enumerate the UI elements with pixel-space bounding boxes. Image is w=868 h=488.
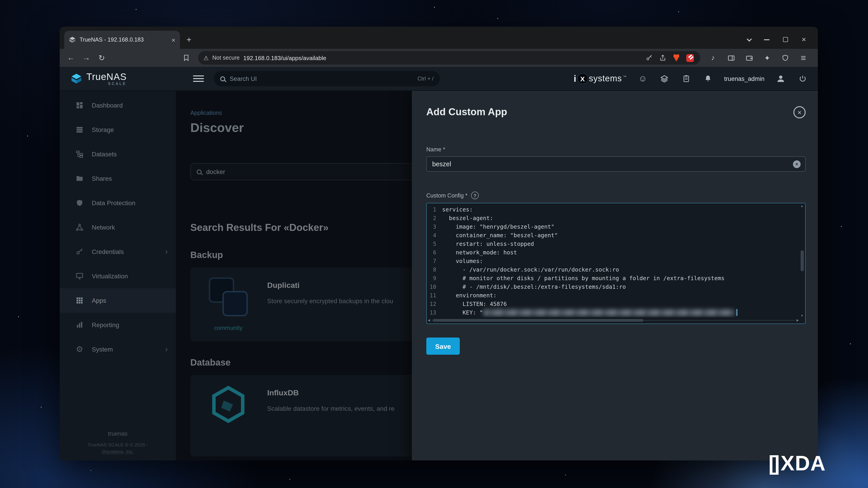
jobs-layers-icon[interactable] (659, 73, 670, 84)
line-number: 4 (427, 232, 442, 238)
name-input[interactable] (432, 160, 793, 168)
code-line: LISTEN: 45876 (442, 300, 507, 307)
leo-ai-icon[interactable]: ✦ (762, 53, 773, 63)
truenas-logo[interactable]: TrueNAS SCALE (60, 72, 176, 86)
browser-tabstrip: TrueNAS - 192.168.0.183 × + × (60, 27, 818, 49)
line-number: 2 (427, 215, 442, 221)
logged-in-username: truenas_admin (724, 75, 765, 82)
code-line: environment: (442, 292, 497, 299)
not-secure-warning-icon: ⚠ (204, 55, 209, 61)
clear-input-icon[interactable]: × (793, 160, 801, 168)
save-button[interactable]: Save (426, 337, 460, 355)
scroll-up-icon[interactable]: ▲ (800, 204, 804, 207)
tab-search-icon[interactable] (747, 36, 752, 41)
line-number: 3 (427, 223, 442, 230)
browser-tab[interactable]: TrueNAS - 192.168.0.183 × (64, 31, 180, 49)
minimize-button[interactable] (764, 39, 770, 40)
watermark-brackets: [] (769, 451, 777, 475)
ui-search[interactable]: Ctrl + / (214, 71, 440, 86)
brand-sub: SCALE (108, 82, 127, 86)
sidebar-panel-icon[interactable] (725, 53, 737, 63)
code-line: # - /mnt/disk/.beszel:/extra-filesystems… (442, 283, 626, 290)
code-line: beszel-agent: (442, 215, 493, 221)
editor-horizontal-scrollbar[interactable]: ◀ ▶ (428, 318, 799, 323)
vpn-shield-icon[interactable] (780, 53, 791, 63)
line-number: 9 (427, 275, 442, 281)
address-bar[interactable]: ⚠ Not secure 192.168.0.183/ui/apps/avail… (198, 51, 700, 65)
toolbar-right-icons: ♪ ✦ ≡ (708, 53, 809, 63)
window-close-button[interactable]: × (802, 36, 806, 43)
ixsystems-logo: iXsystems™ (574, 73, 627, 84)
code-area[interactable]: 1services: 2 beszel-agent: 3 image: "hen… (427, 205, 799, 317)
code-line: container_name: "beszel-agent" (442, 232, 558, 238)
line-number: 7 (427, 258, 442, 264)
code-line: # monitor other disks / partitions by mo… (442, 275, 724, 282)
reload-icon[interactable]: ↻ (95, 51, 108, 65)
forward-icon[interactable]: → (80, 51, 93, 65)
maximize-button[interactable] (783, 37, 788, 42)
checklist-icon[interactable] (681, 73, 691, 84)
window-controls: × (747, 36, 806, 43)
truenas-app: TrueNAS SCALE Ctrl + / iXsystems™ ☺ (60, 67, 818, 460)
bookmark-icon[interactable] (180, 52, 193, 64)
password-key-icon[interactable] (644, 53, 654, 63)
truenas-logo-icon (70, 73, 82, 85)
power-icon[interactable] (797, 73, 808, 84)
line-number: 12 (427, 301, 442, 307)
browser-window: TrueNAS - 192.168.0.183 × + × ← → ↻ ⚠ (60, 27, 818, 460)
feedback-smiley-icon[interactable]: ☺ (637, 73, 648, 84)
url-text[interactable]: 192.168.0.183/ui/apps/available (243, 55, 641, 61)
horizontal-scroll-thumb[interactable] (433, 319, 643, 322)
media-icon[interactable]: ♪ (708, 53, 718, 63)
scroll-right-icon[interactable]: ▶ (796, 319, 799, 322)
add-custom-app-dialog: Add Custom App × Name * × Custom Config … (412, 91, 818, 460)
line-number: 10 (427, 284, 442, 290)
share-icon[interactable] (658, 53, 668, 63)
line-number: 5 (427, 240, 442, 247)
notifications-bell-icon[interactable] (702, 73, 713, 84)
brand-name: TrueNAS (86, 72, 127, 81)
yaml-config-editor[interactable]: 1services: 2 beszel-agent: 3 image: "hen… (426, 203, 806, 324)
extension-badge-icon[interactable] (685, 53, 695, 63)
app-body: Dashboard Storage Datasets Shares (60, 91, 818, 460)
name-field-label: Name * (426, 147, 806, 153)
name-field[interactable]: × (426, 156, 806, 172)
browser-menu-icon[interactable]: ≡ (798, 53, 809, 63)
help-icon[interactable]: ? (471, 192, 479, 199)
scroll-left-icon[interactable]: ◀ (428, 319, 430, 322)
tab-close-icon[interactable]: × (171, 36, 176, 43)
code-line: image: "henrygd/beszel-agent" (442, 223, 555, 230)
code-line: volumes: (442, 258, 483, 264)
wallet-icon[interactable] (744, 53, 754, 63)
dialog-title: Add Custom App (426, 106, 507, 118)
line-number: 8 (427, 266, 442, 273)
app-header: TrueNAS SCALE Ctrl + / iXsystems™ ☺ (60, 67, 818, 91)
text-caret (737, 309, 738, 316)
redacted-secret-value (484, 309, 735, 316)
code-line: restart: unless-stopped (442, 240, 534, 247)
desktop: TrueNAS - 192.168.0.183 × + × ← → ↻ ⚠ (0, 0, 868, 488)
code-line: network_mode: host (442, 249, 517, 256)
line-number: 13 (427, 309, 442, 316)
security-label[interactable]: Not secure (212, 55, 240, 61)
user-avatar-icon[interactable] (775, 73, 786, 84)
search-shortcut-hint: Ctrl + / (417, 75, 434, 82)
browser-toolbar: ← → ↻ ⚠ Not secure 192.168.0.183/ui/apps… (60, 49, 818, 67)
line-number: 11 (427, 292, 442, 298)
dialog-close-icon[interactable]: × (794, 106, 806, 119)
code-line: services: (442, 206, 473, 213)
editor-vertical-scrollbar[interactable]: ▲ ▼ (799, 204, 805, 317)
new-tab-button[interactable]: + (183, 33, 195, 46)
sidenav-toggle-icon[interactable] (193, 75, 204, 82)
search-icon (220, 76, 225, 81)
xda-watermark: [] XDA (769, 451, 826, 475)
ui-search-input[interactable] (230, 75, 413, 82)
back-icon[interactable]: ← (64, 51, 78, 65)
brave-shields-icon[interactable] (671, 53, 681, 63)
vertical-scroll-thumb[interactable] (800, 250, 804, 271)
line-number: 6 (427, 249, 442, 256)
watermark-text: XDA (780, 451, 826, 475)
scroll-down-icon[interactable]: ▼ (800, 314, 804, 317)
tab-title: TrueNAS - 192.168.0.183 (80, 37, 168, 43)
tab-favicon (69, 36, 76, 43)
